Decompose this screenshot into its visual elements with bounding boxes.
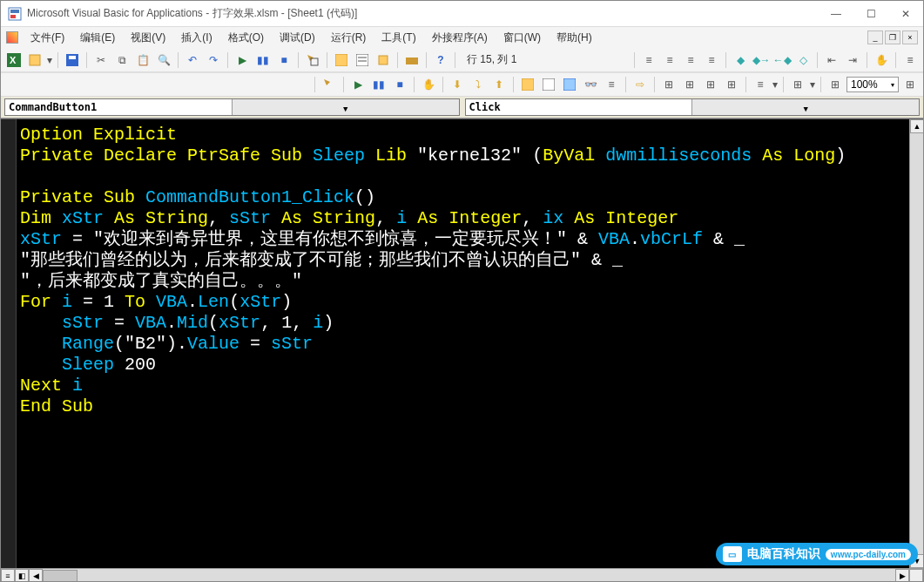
svg-rect-9 <box>311 58 318 65</box>
mdi-restore[interactable]: ❐ <box>885 30 900 44</box>
clear-bookmarks-icon[interactable]: ◇ <box>793 51 813 70</box>
scroll-right-icon[interactable]: ▶ <box>895 569 909 582</box>
redo-icon[interactable]: ↷ <box>204 51 223 70</box>
help-icon[interactable]: ? <box>431 51 450 70</box>
vba-icon[interactable] <box>6 31 18 44</box>
show-next-icon[interactable]: ⇨ <box>631 75 650 94</box>
menu-insert[interactable]: 插入(I) <box>174 29 219 47</box>
mdi-minimize[interactable]: _ <box>867 30 883 44</box>
menu-tools[interactable]: 工具(T) <box>374 29 422 47</box>
find-icon[interactable]: 🔍 <box>154 51 173 70</box>
save-icon[interactable] <box>63 51 82 70</box>
indent-icon[interactable]: ⇥ <box>843 51 862 70</box>
view-excel-icon[interactable]: X <box>4 51 24 70</box>
menu-view[interactable]: 视图(V) <box>124 29 172 47</box>
a5-icon[interactable]: ≡ <box>751 75 770 94</box>
toggle-breakpoint-icon[interactable]: ✋ <box>419 75 438 94</box>
menu-addins[interactable]: 外接程序(A) <box>425 29 495 47</box>
project-explorer-icon[interactable] <box>332 51 351 70</box>
zoom-drop-icon[interactable]: ▾ <box>891 81 894 89</box>
object-value: CommandButton1 <box>5 99 232 115</box>
list-properties-icon[interactable]: ≡ <box>900 51 920 70</box>
zoom-input[interactable]: 100% ▾ <box>846 77 899 92</box>
break2-icon[interactable]: ▮▮ <box>369 75 388 94</box>
dropdown-icon[interactable]: ▾ <box>46 51 53 70</box>
a7-icon[interactable]: ⊞ <box>826 75 845 94</box>
close-button[interactable]: ✕ <box>895 8 916 20</box>
menu-window[interactable]: 窗口(W) <box>496 29 548 47</box>
copy-icon[interactable]: ⧉ <box>112 51 132 70</box>
quickwatch-icon[interactable]: 👓 <box>581 75 600 94</box>
run2-icon[interactable]: ▶ <box>348 75 368 94</box>
horizontal-scrollbar[interactable]: ≡ ◧ ◀ ▶ <box>1 568 923 582</box>
object-browser-icon[interactable] <box>374 51 393 70</box>
locals-icon[interactable] <box>518 75 537 94</box>
cut-icon[interactable]: ✂ <box>91 51 111 70</box>
paste-icon[interactable]: 📋 <box>133 51 152 70</box>
step-into-icon[interactable]: ⬇ <box>448 75 467 94</box>
undo-icon[interactable]: ↶ <box>183 51 202 70</box>
menu-help[interactable]: 帮助(H) <box>550 29 599 47</box>
a4-icon[interactable]: ⊞ <box>722 75 741 94</box>
code-text[interactable]: Option Explicit Private Declare PtrSafe … <box>17 119 923 423</box>
svg-rect-18 <box>543 78 555 91</box>
svg-rect-19 <box>563 78 576 91</box>
indent-right-icon[interactable]: ≡ <box>660 51 679 70</box>
full-view-icon[interactable]: ≡ <box>1 569 15 582</box>
a5-drop-icon[interactable]: ▾ <box>772 75 779 94</box>
step-out-icon[interactable]: ⬆ <box>489 75 509 94</box>
scroll-left-icon[interactable]: ◀ <box>29 569 43 582</box>
bookmark-icon[interactable]: ◆ <box>731 51 750 70</box>
minimize-button[interactable]: — <box>826 8 846 20</box>
outdent-icon[interactable]: ⇤ <box>822 51 841 70</box>
insert-item-icon[interactable] <box>25 51 44 70</box>
a6-icon[interactable]: ⊞ <box>788 75 807 94</box>
breakpoint-icon[interactable]: ✋ <box>872 51 891 70</box>
uncomment-icon[interactable]: ≡ <box>702 51 721 70</box>
svg-rect-7 <box>69 56 76 59</box>
mdi-controls: _ ❐ × <box>867 30 918 44</box>
next-bookmark-icon[interactable]: ◆→ <box>752 51 771 70</box>
menu-run[interactable]: 运行(R) <box>324 29 374 47</box>
menu-edit[interactable]: 编辑(E) <box>73 29 122 47</box>
reset2-icon[interactable]: ■ <box>390 75 409 94</box>
chevron-down-icon[interactable]: ▼ <box>691 99 919 115</box>
object-dropdown[interactable]: CommandButton1 ▼ <box>4 98 460 116</box>
a8-icon[interactable]: ⊞ <box>900 75 920 94</box>
mdi-close[interactable]: × <box>902 30 918 44</box>
watch-icon[interactable] <box>560 75 579 94</box>
callstack-icon[interactable]: ≡ <box>602 75 621 94</box>
a2-icon[interactable]: ⊞ <box>680 75 699 94</box>
menu-format[interactable]: 格式(O) <box>221 29 271 47</box>
toolbox-icon[interactable] <box>402 51 422 70</box>
code-editor[interactable]: ▲ ▼ Option Explicit Private Declare PtrS… <box>1 118 923 568</box>
maximize-button[interactable]: ☐ <box>860 8 881 20</box>
chevron-down-icon[interactable]: ▼ <box>232 99 459 115</box>
reset-icon[interactable]: ■ <box>274 51 293 70</box>
run-icon[interactable]: ▶ <box>233 51 252 70</box>
a6-drop-icon[interactable]: ▾ <box>809 75 816 94</box>
properties-icon[interactable] <box>353 51 372 70</box>
svg-rect-2 <box>10 15 16 18</box>
prev-bookmark-icon[interactable]: ←◆ <box>772 51 792 70</box>
design-icon[interactable] <box>320 75 339 94</box>
menu-debug[interactable]: 调试(D) <box>273 29 322 47</box>
scroll-thumb[interactable] <box>43 570 78 582</box>
comment-icon[interactable]: ≡ <box>681 51 700 70</box>
scroll-track[interactable] <box>43 569 895 582</box>
design-mode-icon[interactable] <box>303 51 322 70</box>
indent-left-icon[interactable]: ≡ <box>639 51 658 70</box>
vertical-scrollbar[interactable]: ▲ ▼ <box>909 119 923 568</box>
scroll-up-icon[interactable]: ▲ <box>910 119 923 133</box>
svg-rect-15 <box>406 58 418 64</box>
menu-file[interactable]: 文件(F) <box>24 29 71 47</box>
a3-icon[interactable]: ⊞ <box>701 75 720 94</box>
break-icon[interactable]: ▮▮ <box>253 51 273 70</box>
step-over-icon[interactable]: ⤵ <box>469 75 488 94</box>
immediate-icon[interactable] <box>539 75 558 94</box>
a1-icon[interactable]: ⊞ <box>659 75 678 94</box>
watermark-url: www.pc-daily.com <box>826 549 911 560</box>
procedure-value: Click <box>466 99 692 115</box>
procedure-dropdown[interactable]: Click ▼ <box>465 98 921 116</box>
proc-view-icon[interactable]: ◧ <box>15 569 29 582</box>
